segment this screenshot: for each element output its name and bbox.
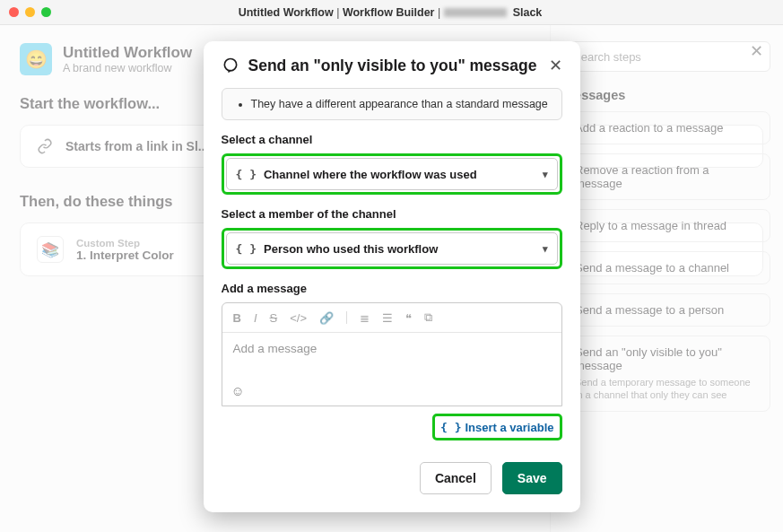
modal-backdrop: Send an "only visible to you" message ✕ … — [0, 25, 783, 532]
close-window-dot[interactable] — [9, 7, 19, 17]
window-titlebar: Untitled Workflow | Workflow Builder | S… — [0, 0, 783, 25]
chevron-down-icon: ▾ — [543, 169, 548, 180]
variable-icon: { } — [236, 168, 257, 181]
window-title: Untitled Workflow | Workflow Builder | S… — [51, 6, 729, 19]
member-select-value: Person who used this workflow — [264, 242, 438, 256]
bold-button[interactable]: B — [233, 311, 241, 325]
title-mid: Workflow Builder — [343, 6, 435, 19]
link-button[interactable]: 🔗 — [319, 311, 334, 325]
maximize-window-dot[interactable] — [41, 7, 51, 17]
highlight-channel: { } Channel where the workflow was used … — [222, 153, 562, 195]
window-controls[interactable] — [9, 7, 51, 17]
insert-variable-label: Insert a variable — [465, 421, 554, 434]
member-label: Select a member of the channel — [222, 207, 562, 221]
minimize-window-dot[interactable] — [25, 7, 35, 17]
ordered-list-button[interactable]: ≣ — [360, 311, 370, 325]
variable-icon: { } — [440, 421, 461, 434]
italic-button[interactable]: I — [254, 311, 257, 325]
emoji-button[interactable]: ☺ — [231, 383, 245, 398]
message-input[interactable]: Add a message — [222, 333, 561, 378]
quote-button[interactable]: ❝ — [405, 311, 412, 325]
channel-label: Select a channel — [222, 133, 562, 146]
member-select[interactable]: { } Person who used this workflow ▾ — [226, 232, 558, 265]
variable-icon: { } — [236, 242, 257, 256]
title-prefix: Untitled Workflow — [239, 6, 334, 19]
message-editor[interactable]: B I S </> 🔗 ≣ ☰ ❝ ⧉ Add a message ☺ — [222, 302, 562, 406]
toolbar-divider — [346, 311, 347, 324]
insert-variable-button[interactable]: { } Insert a variable — [437, 419, 557, 436]
channel-select-value: Channel where the workflow was used — [264, 168, 477, 181]
svg-point-0 — [224, 59, 236, 71]
message-label: Add a message — [222, 282, 562, 295]
highlight-insert-variable: { } Insert a variable — [432, 414, 561, 440]
bullet-list-button[interactable]: ☰ — [382, 311, 393, 325]
close-modal-icon[interactable]: ✕ — [549, 56, 562, 75]
highlight-member: { } Person who used this workflow ▾ — [222, 228, 562, 269]
code-button[interactable]: </> — [290, 311, 307, 325]
info-bullet: They have a different appearance than a … — [251, 98, 549, 110]
code-block-button[interactable]: ⧉ — [424, 310, 432, 325]
channel-select[interactable]: { } Channel where the workflow was used … — [226, 158, 558, 190]
info-box: They have a different appearance than a … — [222, 88, 562, 120]
chevron-down-icon: ▾ — [543, 243, 548, 255]
editor-toolbar: B I S </> 🔗 ≣ ☰ ❝ ⧉ — [222, 303, 561, 333]
save-button[interactable]: Save — [502, 462, 562, 494]
modal: Send an "only visible to you" message ✕ … — [204, 41, 580, 512]
speech-bubble-icon — [222, 57, 239, 74]
cancel-button[interactable]: Cancel — [420, 462, 492, 494]
modal-title: Send an "only visible to you" message — [248, 57, 540, 75]
redacted-text — [444, 8, 507, 17]
title-suffix: Slack — [513, 6, 543, 19]
strike-button[interactable]: S — [270, 311, 278, 325]
